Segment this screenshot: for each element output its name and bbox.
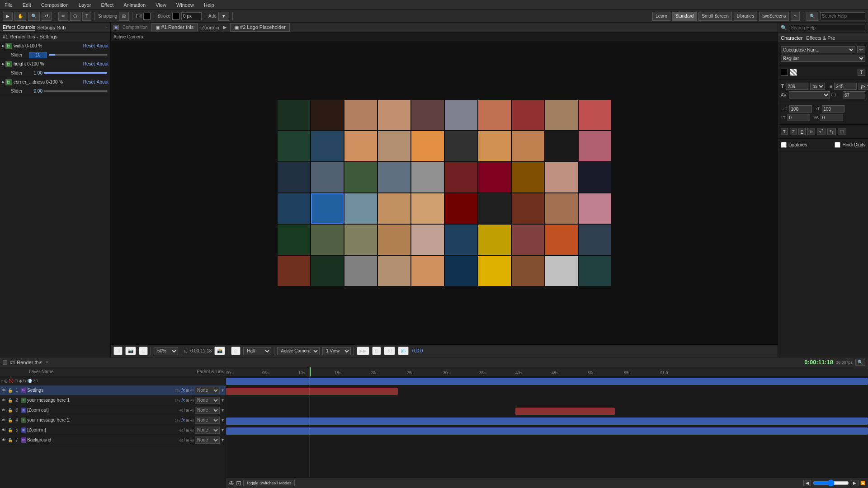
lock-1[interactable]: 🔒 [7, 388, 13, 393]
add-dropdown[interactable]: ▼ [218, 12, 229, 21]
eye-2[interactable]: 👁 [1, 398, 6, 403]
layer-ctrl-c4[interactable]: ⊞ [186, 418, 189, 422]
slider-value-width[interactable] [29, 52, 47, 58]
layer-ctrl-fx4[interactable]: fx [181, 418, 185, 422]
tool-pen[interactable]: ✏ [58, 12, 68, 21]
menu-edit[interactable]: Edit [21, 1, 33, 9]
layer-parent-7[interactable]: None [195, 436, 220, 444]
comp-zoom[interactable]: Zoom in [201, 25, 219, 30]
tl-shy[interactable]: 🚫 [9, 379, 14, 383]
strikethrough-btn[interactable]: Tr [807, 128, 815, 135]
workspace-two-screens[interactable]: twoScreens [759, 12, 789, 21]
tab-character[interactable]: Character [781, 35, 802, 41]
fx-toggle-width[interactable]: fx [5, 43, 12, 49]
menu-help[interactable]: Help [202, 1, 216, 9]
hindi-label[interactable]: Hindi Digits [842, 142, 865, 147]
lock-7[interactable]: 🔒 [7, 437, 13, 443]
baseline-input[interactable] [788, 114, 810, 121]
layer-ctrl-c5[interactable]: ⊞ [186, 428, 189, 432]
hindi-checkbox[interactable] [835, 142, 840, 148]
layer-ctrl-c2[interactable]: ⊞ [186, 398, 189, 403]
layer-row-7[interactable]: 👁 🔒 7 fx Background ◎ / ⊞ ◎ None ▼ [0, 435, 226, 445]
italic-btn[interactable]: T [790, 128, 797, 135]
pctrl-grid[interactable]: ⊞ [113, 347, 123, 355]
menu-composition[interactable]: Composition [39, 1, 71, 9]
search-icon-btn[interactable]: 🔍 [807, 12, 818, 21]
font-size-unit[interactable]: px [810, 83, 825, 90]
bg-color-swatch[interactable] [790, 69, 797, 76]
layer-ctrl-a7[interactable]: ◎ [179, 438, 183, 442]
pctrl-grid2[interactable]: ⊟ [372, 347, 381, 355]
ligatures-label[interactable]: Ligatures [788, 142, 807, 147]
workspace-libraries[interactable]: Libraries [734, 12, 757, 21]
search-input[interactable] [820, 12, 865, 20]
fx-toggle-corner[interactable]: fx [5, 79, 12, 85]
tool-rotate[interactable]: ↺ [42, 12, 52, 21]
menu-file[interactable]: File [3, 1, 14, 9]
layer-parent-5[interactable]: None [195, 427, 220, 434]
pctrl-fast-preview[interactable]: ▶▶ [357, 347, 369, 355]
workspace-learn[interactable]: Learn [652, 12, 670, 21]
layer-ctrl-c7[interactable]: ⊞ [186, 438, 189, 442]
layer-ctrl-d3[interactable]: ◎ [190, 408, 194, 413]
search-field[interactable] [789, 24, 865, 31]
view-dropdown[interactable]: 1 View 2 Views [322, 347, 351, 355]
layer-row-4[interactable]: 👁 🔒 4 T your message here 2 ◎ / fx ⊞ ◎ N… [0, 415, 226, 425]
tracking2-input[interactable] [821, 114, 843, 121]
tracking-input[interactable] [843, 91, 865, 99]
tl-tab-close[interactable]: ✕ [45, 360, 49, 365]
scale-v-input[interactable] [822, 105, 844, 113]
ligatures-checkbox[interactable] [781, 142, 787, 148]
camera-dropdown[interactable]: Active Camera [277, 347, 320, 355]
tl-collapse[interactable]: ⊡ [14, 379, 18, 383]
layer-ctrl-a3[interactable]: ◎ [179, 408, 183, 413]
reset-height[interactable]: Reset [83, 61, 95, 66]
pctrl-3d[interactable]: 3D [384, 347, 395, 355]
tl-solo[interactable]: ◎ [4, 379, 8, 383]
workspace-standard[interactable]: Standard [672, 12, 697, 21]
about-width[interactable]: About [97, 43, 108, 48]
underline-btn[interactable]: T [798, 128, 806, 135]
lock-3[interactable]: 🔒 [7, 408, 13, 413]
layer-row-5[interactable]: 👁 🔒 5 ▣ [Zoom in] ◎ / ⊞ ◎ None ▼ [0, 425, 226, 435]
layer-ctrl-fx2[interactable]: fx [181, 398, 185, 403]
scale-h-input[interactable] [789, 105, 812, 113]
font-family-dropdown[interactable]: Cocogoose Narr... [781, 46, 855, 53]
layer-ctrl-c1[interactable]: ⊞ [186, 388, 189, 393]
menu-view[interactable]: View [154, 1, 168, 9]
expand-width[interactable]: ▶ [2, 44, 5, 48]
tl-new-layer[interactable]: + [1, 379, 3, 383]
slider-track-height[interactable] [44, 72, 107, 74]
bold-btn[interactable]: T [781, 128, 788, 135]
snapping-toggle[interactable]: ⊞ [119, 12, 129, 21]
tool-select[interactable]: ▶ [3, 12, 13, 21]
reset-width[interactable]: Reset [83, 43, 95, 48]
panel-expand-icon[interactable]: » [105, 25, 108, 30]
slider-right-btn[interactable]: ▶ [851, 480, 859, 486]
layer-parent-3[interactable]: None [195, 407, 220, 414]
layer-ctrl-a1[interactable]: ◎ [175, 388, 179, 393]
layer-ctrl-d4[interactable]: ◎ [190, 418, 194, 422]
layer-ctrl-c3[interactable]: ⊞ [186, 408, 189, 413]
layer-ctrl-a5[interactable]: ◎ [179, 428, 183, 432]
leading-unit[interactable]: px [859, 83, 868, 90]
toggle-switches-btn[interactable]: Toggle Switches / Modes [243, 480, 295, 486]
tab-effects-presets[interactable]: Effects & Pre [806, 35, 835, 41]
font-edit-btn[interactable]: ✏ [857, 46, 865, 53]
layer-ctrl-b3[interactable]: / [184, 408, 185, 413]
layer-parent-2[interactable]: None [195, 397, 220, 404]
expand-height[interactable]: ▶ [2, 62, 5, 66]
slider-track-corner[interactable] [44, 90, 107, 92]
zoom-dropdown[interactable]: 50% 25% 100% [154, 347, 178, 355]
lock-4[interactable]: 🔒 [7, 418, 13, 423]
stroke-color[interactable] [172, 13, 179, 20]
about-height[interactable]: About [97, 61, 108, 66]
subscript-btn[interactable]: TT [827, 128, 836, 135]
tool-zoom[interactable]: 🔍 [28, 12, 40, 21]
superscript-btn[interactable]: TT [817, 128, 826, 135]
lock-5[interactable]: 🔒 [7, 427, 13, 433]
eye-5[interactable]: 👁 [1, 427, 6, 433]
tool-hand[interactable]: ✋ [14, 12, 26, 21]
slider-track-width[interactable] [49, 54, 107, 56]
workspace-small-screen[interactable]: Small Screen [698, 12, 731, 21]
